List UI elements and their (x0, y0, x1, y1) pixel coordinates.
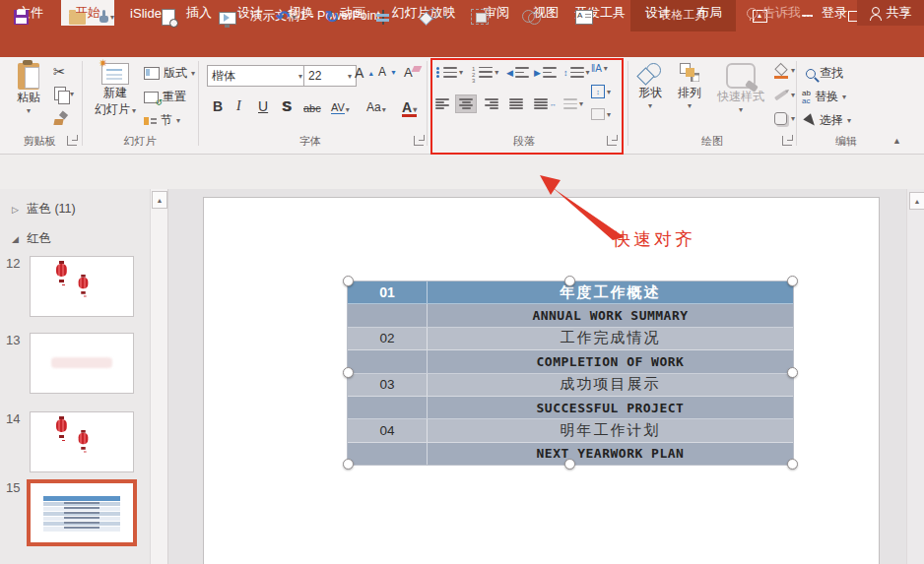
table-row[interactable]: COMPLETION OF WORK (348, 350, 793, 373)
undo-button[interactable]: ↶▾ (276, 6, 296, 28)
table-row[interactable]: 04 明年工作计划 (348, 419, 793, 442)
print-preview-button[interactable] (162, 6, 175, 28)
new-slide-button[interactable]: 新建 幻灯片 ▾ (93, 63, 138, 118)
font-family-combobox[interactable]: 楷体▾ (207, 65, 307, 87)
selection-handle-top-right[interactable] (787, 276, 798, 286)
font-size-combobox[interactable]: 22▾ (303, 65, 357, 87)
font-color-button[interactable]: A▾ (402, 94, 417, 117)
slide-thumbnail-15-selected[interactable] (30, 482, 134, 543)
slide-thumbnail-panel: ▷ 蓝色 (11) ◢ 红色 12 13 14 15 (0, 189, 168, 564)
redo-button[interactable]: ↻ (325, 6, 339, 28)
quick-styles-button[interactable]: 快速样式 ▾ (711, 63, 770, 114)
shapes-icon (638, 63, 662, 85)
save-button[interactable] (14, 6, 29, 28)
section-button[interactable]: 节▾ (144, 112, 180, 129)
shape-outline-button[interactable]: ▾ (774, 91, 795, 99)
tab-table-design[interactable]: 设计 (634, 0, 682, 26)
collapse-ribbon-button[interactable]: ▲ (892, 136, 901, 146)
change-case-button[interactable]: Aa▾ (366, 94, 386, 114)
selection-handle-bottom-mid[interactable] (564, 459, 575, 470)
section-red[interactable]: ◢ 红色 (12, 230, 51, 247)
text-box-button[interactable] (575, 6, 593, 28)
shapes-button[interactable]: 形状 ▾ (632, 63, 668, 110)
open-button[interactable] (69, 6, 86, 28)
bold-button[interactable]: B (213, 94, 223, 114)
drawing-dialog-launcher[interactable] (782, 136, 792, 146)
touch-mode-button[interactable]: ▾ (99, 6, 114, 28)
selection-handle-bottom-left[interactable] (343, 459, 354, 470)
slide-thumbnail-12[interactable] (30, 256, 134, 317)
slide-number: 14 (6, 411, 28, 426)
selection-handle-top-left[interactable] (343, 276, 354, 286)
chevron-down-icon: ▾ (298, 72, 302, 81)
select-button[interactable]: 选择▾ (806, 112, 851, 129)
copy-button[interactable]: ▾ (54, 87, 74, 100)
sign-in-button[interactable]: 登录 (814, 0, 855, 26)
copy-icon (54, 87, 66, 100)
replace-icon: abac (802, 90, 811, 105)
selection-handle-mid-left[interactable] (343, 367, 354, 378)
section-blue[interactable]: ▷ 蓝色 (11) (12, 201, 76, 218)
format-painter-button[interactable] (54, 112, 67, 125)
ribbon-tab-row (0, 31, 924, 57)
chevron-down-icon: ▾ (346, 105, 350, 114)
tab-insert[interactable]: 插入 (175, 0, 223, 26)
clear-formatting-button[interactable]: A (404, 65, 413, 80)
character-spacing-button[interactable]: AV▾ (331, 94, 350, 114)
shape-fill-button[interactable]: ▾ (774, 65, 795, 75)
merge-shapes-button[interactable] (522, 6, 542, 28)
lantern-icon (79, 278, 89, 289)
new-slide-icon (101, 63, 129, 85)
reset-button[interactable]: 重置 (144, 89, 186, 105)
chevron-down-icon: ▾ (791, 114, 795, 123)
start-slideshow-button[interactable] (219, 6, 236, 28)
share-button[interactable]: 共享 (857, 0, 924, 26)
cut-button[interactable]: ✂ (53, 63, 66, 81)
undo-icon: ↶ (276, 9, 290, 26)
caret-down-icon: ▼ (390, 69, 397, 76)
chevron-down-icon: ▾ (847, 116, 851, 125)
tell-me-box[interactable]: 告诉我... (739, 0, 820, 26)
find-button[interactable]: 查找 (806, 65, 843, 82)
paragraph-highlight-box (430, 58, 624, 155)
shape-effects-button[interactable]: ▾ (774, 112, 795, 125)
tab-table-layout[interactable]: 布局 (686, 0, 733, 26)
paste-button[interactable]: 粘贴 ▾ (8, 63, 49, 115)
slide-thumbnail-13[interactable] (30, 333, 134, 394)
strikethrough-button[interactable]: abc (303, 94, 321, 114)
group-divider (198, 61, 199, 146)
table-row[interactable]: 02 工作完成情况 (348, 328, 793, 350)
grow-font-button[interactable]: A▲ (355, 65, 374, 81)
scroll-up-button[interactable]: ▲ (152, 191, 167, 209)
thumbnail-panel-scrollbar[interactable]: ▲ (150, 189, 167, 564)
text-shadow-button[interactable]: S (282, 94, 291, 114)
fill-bucket-icon (774, 65, 787, 75)
scissors-icon: ✂ (53, 63, 66, 81)
main-vertical-scrollbar[interactable]: ▲ (906, 189, 924, 564)
font-dialog-launcher[interactable] (414, 136, 424, 146)
italic-button[interactable]: I (236, 94, 241, 114)
slide-table[interactable]: 01 年度工作概述 ANNUAL WORK SUMMARY 02 工作完成情况 … (347, 281, 794, 466)
underline-button[interactable]: U (258, 94, 268, 114)
selection-handle-mid-right[interactable] (787, 367, 798, 378)
replace-button[interactable]: abac 替换▾ (802, 89, 846, 105)
group-divider (627, 61, 628, 146)
table-row[interactable]: 03 成功项目展示 (348, 374, 793, 397)
selection-handle-top-mid[interactable] (564, 276, 575, 286)
group-objects-button[interactable] (471, 6, 489, 28)
insert-shapes-button[interactable]: ▾ (418, 6, 447, 28)
slide-thumbnail-14[interactable] (30, 411, 134, 472)
selection-handle-bottom-right[interactable] (787, 459, 798, 470)
arrange-button[interactable]: 排列 ▾ (672, 63, 707, 110)
shrink-font-button[interactable]: A▼ (378, 65, 397, 79)
lantern-icon (56, 419, 67, 432)
table-row[interactable]: ANNUAL WORK SUMMARY (348, 304, 793, 327)
scroll-up-button[interactable]: ▲ (909, 192, 924, 210)
align-objects-center-button[interactable] (376, 6, 389, 28)
align-objects-icon (376, 10, 389, 25)
layout-button[interactable]: 版式▾ (144, 65, 195, 82)
drawing-group-label: 绘图 (630, 134, 794, 149)
table-row[interactable]: SUCCESSFUL PROJECT (348, 397, 793, 419)
chevron-down-icon: ▾ (292, 13, 296, 22)
clipboard-dialog-launcher[interactable] (67, 136, 77, 146)
